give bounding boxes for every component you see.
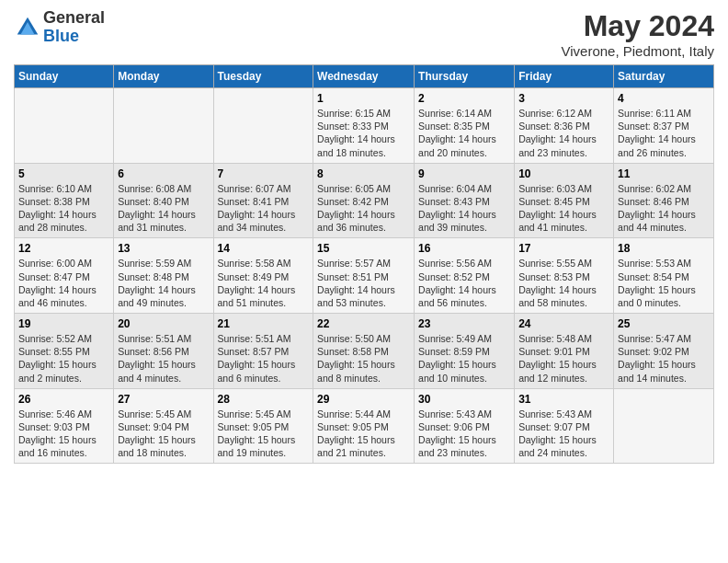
logo-blue: Blue [43, 28, 105, 46]
day-cell-w5d1: 27Sunrise: 5:45 AM Sunset: 9:04 PM Dayli… [114, 388, 213, 464]
day-number-30: 30 [418, 393, 510, 406]
day-number-23: 23 [418, 317, 510, 330]
day-number-5: 5 [18, 167, 109, 180]
day-cell-w1d5: 3Sunrise: 6:12 AM Sunset: 8:36 PM Daylig… [515, 88, 614, 164]
day-cell-w2d6: 11Sunrise: 6:02 AM Sunset: 8:46 PM Dayli… [614, 163, 714, 238]
day-info-3: Sunrise: 6:12 AM Sunset: 8:36 PM Dayligh… [518, 107, 609, 159]
day-number-16: 16 [418, 242, 510, 255]
day-info-27: Sunrise: 5:45 AM Sunset: 9:04 PM Dayligh… [118, 408, 209, 460]
day-cell-w5d0: 26Sunrise: 5:46 AM Sunset: 9:03 PM Dayli… [15, 388, 114, 464]
day-info-9: Sunrise: 6:04 AM Sunset: 8:43 PM Dayligh… [418, 182, 510, 235]
week-row-1: 1Sunrise: 6:15 AM Sunset: 8:33 PM Daylig… [15, 88, 714, 164]
day-number-19: 19 [18, 317, 109, 330]
day-number-9: 9 [418, 167, 510, 180]
day-info-12: Sunrise: 6:00 AM Sunset: 8:47 PM Dayligh… [18, 257, 109, 309]
day-number-27: 27 [118, 393, 209, 406]
day-cell-w1d0 [15, 88, 114, 164]
day-info-19: Sunrise: 5:52 AM Sunset: 8:55 PM Dayligh… [18, 332, 109, 385]
day-info-4: Sunrise: 6:11 AM Sunset: 8:37 PM Dayligh… [618, 107, 710, 159]
day-number-26: 26 [18, 393, 109, 406]
day-number-18: 18 [618, 242, 710, 255]
subtitle: Viverone, Piedmont, Italy [562, 43, 714, 59]
day-number-14: 14 [218, 242, 310, 255]
calendar-table: Sunday Monday Tuesday Wednesday Thursday… [14, 64, 714, 464]
day-info-29: Sunrise: 5:44 AM Sunset: 9:05 PM Dayligh… [317, 408, 410, 460]
day-cell-w2d3: 8Sunrise: 6:05 AM Sunset: 8:42 PM Daylig… [313, 163, 415, 238]
header-row: Sunday Monday Tuesday Wednesday Thursday… [15, 65, 714, 88]
day-cell-w3d4: 16Sunrise: 5:56 AM Sunset: 8:52 PM Dayli… [415, 238, 515, 314]
day-number-12: 12 [18, 242, 109, 255]
day-cell-w2d5: 10Sunrise: 6:03 AM Sunset: 8:45 PM Dayli… [515, 163, 614, 238]
day-cell-w1d4: 2Sunrise: 6:14 AM Sunset: 8:35 PM Daylig… [415, 88, 515, 164]
col-sunday: Sunday [15, 65, 114, 88]
day-info-15: Sunrise: 5:57 AM Sunset: 8:51 PM Dayligh… [317, 257, 410, 309]
day-info-22: Sunrise: 5:50 AM Sunset: 8:58 PM Dayligh… [317, 332, 410, 385]
day-number-24: 24 [518, 317, 609, 330]
col-wednesday: Wednesday [313, 65, 415, 88]
day-cell-w4d3: 22Sunrise: 5:50 AM Sunset: 8:58 PM Dayli… [313, 314, 415, 389]
week-row-3: 12Sunrise: 6:00 AM Sunset: 8:47 PM Dayli… [15, 238, 714, 314]
day-cell-w2d1: 6Sunrise: 6:08 AM Sunset: 8:40 PM Daylig… [114, 163, 213, 238]
day-info-21: Sunrise: 5:51 AM Sunset: 8:57 PM Dayligh… [218, 332, 310, 385]
day-info-18: Sunrise: 5:53 AM Sunset: 8:54 PM Dayligh… [618, 257, 710, 309]
day-number-11: 11 [618, 167, 710, 180]
day-number-20: 20 [118, 317, 209, 330]
day-number-2: 2 [418, 92, 510, 105]
day-cell-w3d0: 12Sunrise: 6:00 AM Sunset: 8:47 PM Dayli… [15, 238, 114, 314]
day-cell-w1d3: 1Sunrise: 6:15 AM Sunset: 8:33 PM Daylig… [313, 88, 415, 164]
day-cell-w5d3: 29Sunrise: 5:44 AM Sunset: 9:05 PM Dayli… [313, 388, 415, 464]
col-saturday: Saturday [614, 65, 714, 88]
logo-text: General Blue [43, 9, 105, 46]
day-number-6: 6 [118, 167, 209, 180]
day-info-26: Sunrise: 5:46 AM Sunset: 9:03 PM Dayligh… [18, 408, 109, 460]
day-info-14: Sunrise: 5:58 AM Sunset: 8:49 PM Dayligh… [218, 257, 310, 309]
day-cell-w3d1: 13Sunrise: 5:59 AM Sunset: 8:48 PM Dayli… [114, 238, 213, 314]
col-monday: Monday [114, 65, 213, 88]
logo: General Blue [14, 9, 105, 46]
day-number-22: 22 [317, 317, 410, 330]
day-cell-w4d5: 24Sunrise: 5:48 AM Sunset: 9:01 PM Dayli… [515, 314, 614, 389]
day-info-2: Sunrise: 6:14 AM Sunset: 8:35 PM Dayligh… [418, 107, 510, 159]
day-info-20: Sunrise: 5:51 AM Sunset: 8:56 PM Dayligh… [118, 332, 209, 385]
day-cell-w2d4: 9Sunrise: 6:04 AM Sunset: 8:43 PM Daylig… [415, 163, 515, 238]
day-number-15: 15 [317, 242, 410, 255]
day-info-28: Sunrise: 5:45 AM Sunset: 9:05 PM Dayligh… [218, 408, 310, 460]
day-number-31: 31 [518, 393, 609, 406]
calendar-body: 1Sunrise: 6:15 AM Sunset: 8:33 PM Daylig… [15, 88, 714, 464]
day-cell-w1d1 [114, 88, 213, 164]
day-number-7: 7 [218, 167, 310, 180]
day-info-13: Sunrise: 5:59 AM Sunset: 8:48 PM Dayligh… [118, 257, 209, 309]
day-cell-w5d2: 28Sunrise: 5:45 AM Sunset: 9:05 PM Dayli… [213, 388, 313, 464]
day-info-23: Sunrise: 5:49 AM Sunset: 8:59 PM Dayligh… [418, 332, 510, 385]
day-number-29: 29 [317, 393, 410, 406]
day-number-10: 10 [518, 167, 609, 180]
title-block: May 2024 Viverone, Piedmont, Italy [562, 9, 714, 59]
day-info-6: Sunrise: 6:08 AM Sunset: 8:40 PM Dayligh… [118, 182, 209, 235]
day-cell-w5d6 [614, 388, 714, 464]
col-tuesday: Tuesday [213, 65, 313, 88]
day-info-5: Sunrise: 6:10 AM Sunset: 8:38 PM Dayligh… [18, 182, 109, 235]
day-cell-w3d5: 17Sunrise: 5:55 AM Sunset: 8:53 PM Dayli… [515, 238, 614, 314]
week-row-4: 19Sunrise: 5:52 AM Sunset: 8:55 PM Dayli… [15, 314, 714, 389]
day-cell-w1d6: 4Sunrise: 6:11 AM Sunset: 8:37 PM Daylig… [614, 88, 714, 164]
day-number-28: 28 [218, 393, 310, 406]
day-info-31: Sunrise: 5:43 AM Sunset: 9:07 PM Dayligh… [518, 408, 609, 460]
day-cell-w4d2: 21Sunrise: 5:51 AM Sunset: 8:57 PM Dayli… [213, 314, 313, 389]
col-thursday: Thursday [415, 65, 515, 88]
day-number-13: 13 [118, 242, 209, 255]
main-title: May 2024 [562, 9, 714, 43]
page: General Blue May 2024 Viverone, Piedmont… [0, 0, 728, 563]
day-info-16: Sunrise: 5:56 AM Sunset: 8:52 PM Dayligh… [418, 257, 510, 309]
day-cell-w2d0: 5Sunrise: 6:10 AM Sunset: 8:38 PM Daylig… [15, 163, 114, 238]
day-number-8: 8 [317, 167, 410, 180]
day-info-1: Sunrise: 6:15 AM Sunset: 8:33 PM Dayligh… [317, 107, 410, 159]
week-row-2: 5Sunrise: 6:10 AM Sunset: 8:38 PM Daylig… [15, 163, 714, 238]
day-cell-w5d4: 30Sunrise: 5:43 AM Sunset: 9:06 PM Dayli… [415, 388, 515, 464]
day-cell-w4d1: 20Sunrise: 5:51 AM Sunset: 8:56 PM Dayli… [114, 314, 213, 389]
logo-icon [14, 14, 41, 41]
day-number-21: 21 [218, 317, 310, 330]
day-cell-w4d0: 19Sunrise: 5:52 AM Sunset: 8:55 PM Dayli… [15, 314, 114, 389]
col-friday: Friday [515, 65, 614, 88]
day-number-4: 4 [618, 92, 710, 105]
day-info-24: Sunrise: 5:48 AM Sunset: 9:01 PM Dayligh… [518, 332, 609, 385]
